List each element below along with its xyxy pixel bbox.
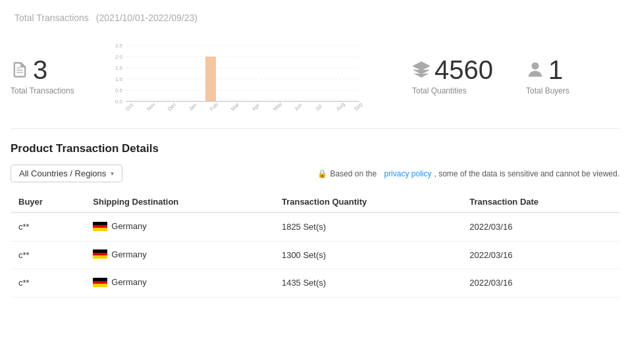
cell-destination: Germany [85, 213, 274, 241]
buyers-value: 1 [548, 55, 563, 85]
document-icon [11, 61, 29, 79]
chevron-down-icon: ▾ [111, 170, 114, 177]
cell-buyer: c** [11, 241, 85, 269]
svg-text:1.0: 1.0 [115, 76, 123, 82]
table-header: Buyer Shipping Destination Transaction Q… [11, 192, 619, 213]
privacy-prefix: Based on the [330, 169, 377, 178]
right-stats: 4560 Total Quantities 1 Total Buyers [412, 55, 598, 95]
quantities-label: Total Quantities [412, 86, 467, 95]
cell-buyer: c** [11, 213, 85, 241]
table-row: c** Germany 1435 Set(s) 2022/03/16 [11, 269, 619, 298]
svg-rect-13 [205, 57, 216, 101]
total-quantities-stat: 4560 Total Quantities [412, 55, 493, 95]
svg-text:Jul: Jul [314, 103, 323, 113]
svg-text:2.5: 2.5 [115, 43, 123, 49]
total-buyers-stat: 1 Total Buyers [526, 55, 598, 95]
svg-point-29 [532, 63, 538, 69]
table-body: c** Germany 1825 Set(s) 2022/03/16 c** G… [11, 213, 619, 297]
col-quantity: Transaction Quantity [274, 192, 461, 213]
cell-quantity: 1300 Set(s) [274, 241, 461, 269]
svg-text:2.0: 2.0 [115, 54, 123, 60]
cell-buyer: c** [11, 269, 85, 298]
date-range: (2021/10/01-2022/09/23) [96, 13, 197, 23]
col-date: Transaction Date [461, 192, 619, 213]
stats-row: 3 Total Transactions transact 0.0 0.5 1. [11, 32, 619, 118]
person-icon [526, 61, 544, 79]
svg-text:Sep: Sep [353, 101, 364, 113]
table-row: c** Germany 1300 Set(s) 2022/03/16 [11, 241, 619, 269]
svg-text:0.5: 0.5 [115, 88, 123, 93]
destination-text: Germany [111, 221, 146, 231]
svg-text:Apr: Apr [251, 102, 261, 112]
transactions-chart: transact 0.0 0.5 1.0 1.5 2.0 2.5 [96, 32, 373, 118]
cell-destination: Germany [85, 269, 274, 298]
svg-text:Nov: Nov [145, 101, 156, 112]
cell-date: 2022/03/16 [461, 269, 619, 298]
transactions-value: 3 [33, 55, 47, 85]
total-transactions-number: 3 [11, 55, 47, 85]
table-row: c** Germany 1825 Set(s) 2022/03/16 [11, 213, 619, 241]
buyers-label: Total Buyers [526, 86, 569, 95]
svg-text:Mar: Mar [230, 101, 240, 112]
svg-text:Jun: Jun [293, 102, 303, 112]
svg-text:Feb: Feb [209, 101, 220, 113]
top-section: Total Transactions (2021/10/01-2022/09/2… [11, 11, 619, 129]
cell-date: 2022/03/16 [461, 213, 619, 241]
cell-quantity: 1825 Set(s) [274, 213, 461, 241]
section-title: Total Transactions (2021/10/01-2022/09/2… [11, 11, 619, 24]
total-transactions-stat: 3 Total Transactions [11, 55, 83, 95]
privacy-notice: 🔒 Based on the privacy policy, some of t… [317, 169, 619, 178]
svg-text:Dec: Dec [167, 101, 177, 112]
chart-area: transact 0.0 0.5 1.0 1.5 2.0 2.5 [96, 32, 373, 118]
svg-text:0.0: 0.0 [115, 99, 123, 105]
section-title-text: Total Transactions [14, 13, 89, 23]
svg-text:May: May [272, 101, 283, 112]
svg-text:Oct: Oct [124, 102, 135, 113]
privacy-policy-link[interactable]: privacy policy [384, 169, 431, 178]
cell-date: 2022/03/16 [461, 241, 619, 269]
col-buyer: Buyer [11, 192, 85, 213]
germany-flag-icon [93, 249, 107, 259]
transactions-label: Total Transactions [11, 86, 74, 95]
dropdown-label: All Countries / Regions [19, 169, 106, 178]
privacy-suffix: , some of the data is sensitive and cann… [434, 169, 619, 178]
col-shipping: Shipping Destination [85, 192, 274, 213]
total-buyers-number: 1 [526, 55, 563, 85]
lock-icon: 🔒 [317, 169, 327, 178]
svg-text:Jan: Jan [188, 102, 197, 112]
svg-text:1.5: 1.5 [115, 65, 123, 71]
cell-destination: Germany [85, 241, 274, 269]
cell-quantity: 1435 Set(s) [274, 269, 461, 298]
destination-text: Germany [111, 277, 146, 287]
germany-flag-icon [93, 278, 107, 287]
destination-text: Germany [111, 249, 146, 259]
country-region-dropdown[interactable]: All Countries / Regions ▾ [11, 165, 122, 182]
product-section: Product Transaction Details All Countrie… [11, 142, 619, 298]
germany-flag-icon [93, 222, 107, 231]
transactions-table: Buyer Shipping Destination Transaction Q… [11, 192, 619, 298]
svg-text:Aug: Aug [335, 101, 346, 112]
filter-privacy-row: All Countries / Regions ▾ 🔒 Based on the… [11, 165, 619, 182]
total-quantities-number: 4560 [412, 55, 493, 85]
product-section-title: Product Transaction Details [11, 142, 619, 155]
quantities-value: 4560 [434, 55, 493, 85]
cube-icon [412, 61, 431, 79]
